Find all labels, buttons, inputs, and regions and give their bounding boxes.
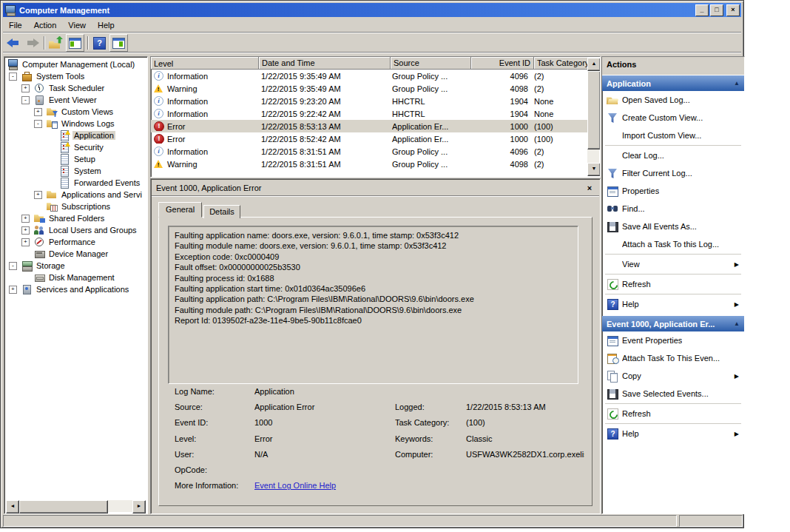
scrollbar-thumb[interactable] (587, 71, 601, 149)
minimize-button[interactable]: _ (695, 4, 709, 16)
column-header-event-id[interactable]: Event ID (471, 57, 534, 70)
action-event-properties[interactable]: Event Properties (602, 331, 744, 349)
refresh-icon (607, 278, 619, 290)
tree-item-application[interactable]: Application (6, 129, 146, 141)
show-console-tree-icon[interactable] (66, 34, 84, 52)
close-button[interactable]: × (726, 4, 740, 16)
action-clear-log[interactable]: Clear Log... (602, 147, 744, 164)
message-line: Faulting process id: 0x1688 (175, 273, 572, 283)
action-find[interactable]: Find... (602, 200, 744, 218)
collapse-expander-icon[interactable]: - (34, 120, 42, 128)
tree-item-event-viewer[interactable]: -Event Viewer (6, 94, 146, 106)
tree-item-forwarded-events[interactable]: Forwarded Events (6, 177, 146, 189)
action-refresh-event[interactable]: Refresh (602, 405, 744, 422)
actions-section-application-header[interactable]: Application ▲ (602, 75, 744, 91)
tree-item-task-scheduler[interactable]: +Task Scheduler (6, 82, 146, 94)
event-row[interactable]: Warning1/22/2015 8:31:51 AMGroup Policy … (151, 158, 588, 170)
tab-general[interactable]: General (158, 202, 202, 218)
action-view[interactable]: View▶ (602, 255, 744, 273)
action-attach-task-to-log[interactable]: Attach a Task To this Log... (602, 235, 744, 253)
event-row[interactable]: Information1/22/2015 8:31:51 AMGroup Pol… (151, 145, 588, 158)
expand-expander-icon[interactable]: + (34, 108, 42, 116)
message-line: Faulting application path: C:\Program Fi… (175, 294, 572, 304)
tree-item-storage[interactable]: -Storage (6, 260, 146, 272)
tree-item-disk-management[interactable]: Disk Management (6, 272, 146, 283)
scroll-up-icon[interactable]: ▲ (587, 58, 601, 71)
detail-tabs: General Details (158, 203, 242, 218)
tree-item-shared-folders[interactable]: +Shared Folders (6, 212, 146, 224)
tree-item-performance[interactable]: +Performance (6, 236, 146, 248)
action-save-all-events-as[interactable]: Save All Events As... (602, 218, 744, 235)
tree-item-computer-management[interactable]: Computer Management (Local) (6, 58, 146, 70)
tree-item-subscriptions[interactable]: Subscriptions (6, 201, 146, 212)
forward-icon[interactable] (24, 35, 41, 51)
custom-views-folder-icon (47, 107, 58, 117)
event-list-vertical-scrollbar[interactable]: ▲ ▼ (587, 58, 599, 176)
scroll-down-icon[interactable]: ▼ (587, 163, 601, 176)
column-header-source[interactable]: Source (391, 57, 471, 70)
event-row-selected[interactable]: Error1/22/2015 8:53:13 AMApplication Er.… (151, 120, 588, 132)
action-help-event[interactable]: Help▶ (602, 425, 744, 442)
menu-file[interactable]: File (3, 18, 28, 32)
action-refresh[interactable]: Refresh (602, 275, 744, 293)
collapse-expander-icon[interactable]: - (9, 262, 17, 270)
tree-item-applications-and-services[interactable]: +Applications and Servi (6, 189, 146, 201)
show-action-pane-icon[interactable] (109, 34, 128, 52)
maximize-button[interactable]: □ (710, 4, 723, 16)
action-filter-current-log[interactable]: Filter Current Log... (602, 164, 744, 182)
tree-horizontal-scrollbar[interactable]: ◄ ► (6, 500, 146, 512)
action-help[interactable]: Help▶ (602, 295, 744, 313)
action-open-saved-log[interactable]: Open Saved Log... (602, 91, 744, 109)
collapse-expander-icon[interactable]: - (21, 96, 30, 104)
collapse-section-icon[interactable]: ▲ (734, 320, 740, 327)
event-log-online-help-link[interactable]: Event Log Online Help (254, 481, 336, 490)
scrollbar-thumb[interactable] (19, 500, 108, 514)
level-text: Error (167, 122, 185, 131)
tree-item-system[interactable]: System (6, 165, 146, 177)
scroll-right-icon[interactable]: ► (132, 500, 146, 514)
back-icon[interactable] (5, 35, 22, 51)
expand-expander-icon[interactable]: + (34, 191, 42, 199)
menu-help[interactable]: Help (92, 18, 121, 32)
tree-item-system-tools[interactable]: -System Tools (6, 70, 146, 82)
close-detail-icon[interactable]: × (584, 183, 595, 193)
help-icon[interactable] (91, 35, 108, 51)
column-header-level[interactable]: Level (151, 57, 259, 70)
collapse-expander-icon[interactable]: - (9, 73, 17, 81)
action-copy[interactable]: Copy▶ (602, 367, 744, 385)
event-row[interactable]: Information1/22/2015 9:35:49 AMGroup Pol… (151, 70, 588, 82)
collapse-section-icon[interactable]: ▲ (734, 80, 740, 87)
expand-expander-icon[interactable]: + (21, 238, 30, 246)
column-header-date-time[interactable]: Date and Time (259, 57, 391, 70)
menu-action[interactable]: Action (28, 18, 63, 32)
action-properties[interactable]: Properties (602, 182, 744, 200)
detail-header: Event 1000, Application Error × (152, 180, 599, 196)
tree-item-device-manager[interactable]: Device Manager (6, 248, 146, 260)
tree-item-local-users-groups[interactable]: +Local Users and Groups (6, 224, 146, 236)
tree-item-security[interactable]: Security (6, 141, 146, 153)
action-save-selected-events[interactable]: Save Selected Events... (602, 385, 744, 403)
event-message-box[interactable]: Faulting application name: doors.exe, ve… (168, 226, 578, 384)
event-row[interactable]: Information1/22/2015 9:23:20 AMHHCTRL190… (151, 95, 588, 107)
event-row[interactable]: Warning1/22/2015 9:35:49 AMGroup Policy … (151, 82, 588, 95)
scroll-left-icon[interactable]: ◄ (6, 500, 19, 514)
event-row[interactable]: Error1/22/2015 8:52:42 AMApplication Er.… (151, 132, 588, 145)
expand-expander-icon[interactable]: + (21, 84, 30, 92)
action-import-custom-view[interactable]: Import Custom View... (602, 127, 744, 144)
action-create-custom-view[interactable]: Create Custom View... (602, 109, 744, 127)
expand-expander-icon[interactable]: + (9, 286, 17, 294)
event-row[interactable]: Information1/22/2015 9:22:42 AMHHCTRL190… (151, 107, 588, 120)
toolbar-separator (87, 36, 88, 50)
tree-item-services-applications[interactable]: +Services and Applications (6, 283, 146, 295)
up-one-level-icon[interactable] (47, 35, 64, 51)
tree-item-setup[interactable]: Setup (6, 153, 146, 165)
tab-details[interactable]: Details (203, 205, 240, 218)
action-attach-task-to-event[interactable]: Attach Task To This Even... (602, 349, 744, 367)
title-bar[interactable]: Computer Management _ □ × (3, 3, 741, 17)
tree-item-custom-views[interactable]: +Custom Views (6, 106, 146, 118)
menu-view[interactable]: View (62, 18, 92, 32)
tree-item-windows-logs[interactable]: -Windows Logs (6, 118, 146, 129)
expand-expander-icon[interactable]: + (21, 226, 30, 235)
actions-section-event-header[interactable]: Event 1000, Application Er... ▲ (602, 316, 744, 331)
expand-expander-icon[interactable]: + (21, 215, 30, 223)
